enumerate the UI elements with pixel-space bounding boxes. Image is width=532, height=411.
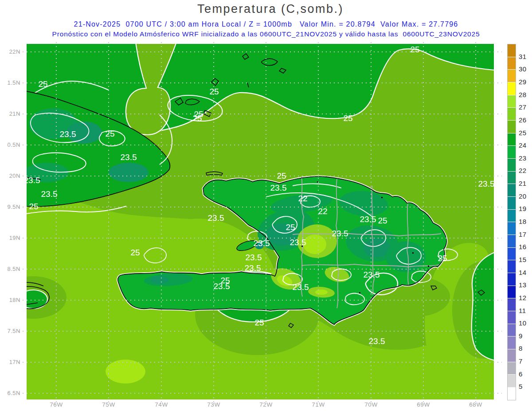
lat-label: 9.5N (0, 204, 20, 210)
lon-label: 74W (148, 401, 175, 408)
colorbar-label: 29 (519, 78, 532, 86)
patch-eastern (386, 241, 426, 272)
contour-label-23.5: 23.5 (41, 189, 58, 199)
colorbar-label: 30 (519, 65, 532, 73)
contour-label-25: 25 (438, 254, 447, 263)
colorbar-label: 21 (519, 180, 532, 187)
colorbar-label: 5 (519, 383, 532, 390)
colorbar-segment (508, 121, 516, 133)
contour-label-23.5: 23.5 (214, 282, 230, 291)
contour-label-23.5: 23.5 (360, 215, 376, 224)
contour-label-25: 25 (286, 223, 295, 232)
colorbar-segment (508, 286, 516, 299)
lon-label: 68W (462, 401, 489, 408)
colorbar-segment (508, 159, 516, 172)
contour-label-25: 25 (378, 216, 387, 225)
lat-label: 7.5N (0, 328, 20, 334)
colorbar-segment (508, 388, 516, 400)
contour-label-25: 25 (29, 202, 38, 211)
colorbar-segment (508, 375, 516, 388)
map-area: 25252525252525252525252525252523.523.523… (27, 44, 494, 399)
colorbar-label: 6 (519, 370, 532, 378)
contour-label-23.5: 23.5 (121, 153, 137, 162)
colorbar-segment (508, 349, 516, 362)
contour-label-25: 25 (38, 79, 47, 89)
colorbar-label: 16 (519, 243, 532, 251)
colorbar-label: 18 (519, 218, 532, 225)
colorbar-label: 9 (519, 332, 532, 340)
colorbar-segment (508, 311, 516, 324)
colorbar-label: 12 (519, 294, 532, 301)
contour-label-23.5: 23.5 (290, 238, 306, 247)
colorbar-segment (508, 108, 516, 121)
colorbar-segment (508, 82, 516, 95)
contour-label-22: 22 (318, 207, 327, 216)
lon-label: 76W (43, 401, 70, 408)
lon-label: 71W (305, 401, 332, 408)
contour-label-25: 25 (130, 248, 140, 257)
contour-label-23.5: 23.5 (364, 270, 380, 279)
colorbar-label: 13 (519, 281, 532, 289)
contour-label-23.5: 23.5 (245, 263, 261, 273)
colorbar-label: 7 (519, 357, 532, 365)
colorbar-label: 20 (519, 192, 532, 200)
contour-label-25: 25 (254, 318, 264, 327)
colorbar-segment (508, 172, 516, 184)
colorbar-label: 22 (519, 167, 532, 174)
contour-label-23.5: 23.5 (60, 129, 76, 139)
lat-label: 18N (0, 297, 20, 303)
colorbar-label: 28 (519, 91, 532, 98)
lat-label: 1.5N (0, 79, 20, 86)
lat-label: 22N (0, 48, 20, 55)
colorbar-label: 17 (519, 231, 532, 238)
colorbar-label: 19 (519, 205, 532, 212)
contour-label-23.5: 23.5 (293, 282, 309, 292)
lat-label: 0.5N (0, 141, 20, 148)
lat-label: 17N (0, 359, 20, 365)
colorbar-label: 14 (519, 269, 532, 276)
contour-label-23.5: 23.5 (254, 239, 270, 248)
colorbar-segment (508, 197, 516, 210)
contour-label-23.5: 23.5 (24, 176, 40, 185)
colorbar-label: 11 (519, 307, 532, 314)
colorbar-segment (508, 133, 516, 146)
colorbar-segment (508, 248, 516, 261)
contour-label-25: 25 (343, 114, 352, 123)
patch-tiburon-core (151, 276, 168, 284)
contour-label-22: 22 (298, 194, 307, 203)
contour-label-25: 25 (277, 171, 286, 180)
colorbar-segment (508, 146, 516, 159)
colorbar-label: 25 (519, 129, 532, 137)
colorbar-label: 24 (519, 141, 532, 149)
lon-label: 70W (358, 401, 384, 408)
subtitle-line1: 21-Nov-2025 0700 UTC / 3:00 am Hora Loca… (2, 20, 530, 28)
contour-label-25: 25 (194, 110, 203, 119)
lat-label: 21N (0, 110, 20, 117)
map-shading (0, 42, 514, 399)
colorbar-segment (508, 95, 516, 108)
colorbar-segment (508, 362, 516, 375)
colorbar-segment (508, 70, 516, 82)
colorbar-label: 27 (519, 103, 532, 111)
page-title: Temperatura (C,somb.) (9, 2, 532, 16)
warm-oval-sw (106, 360, 145, 384)
colorbar-segment (508, 337, 516, 349)
contour-label-25: 25 (209, 87, 219, 96)
lat-label: 6.5N (0, 390, 20, 396)
valley-enriquillo-core (315, 290, 328, 295)
weather-map-page: Temperatura (C,somb.) 21-Nov-2025 0700 U… (0, 0, 532, 411)
colorbar-segment (508, 57, 516, 70)
colorbar-segment (508, 298, 516, 311)
colorbar-label: 23 (519, 154, 532, 162)
colorbar-label: 26 (519, 116, 532, 124)
colorbar-label: 15 (519, 256, 532, 263)
colorbar-segment (508, 273, 516, 286)
contour-label-25: 25 (105, 129, 114, 138)
contour-label-23.5: 23.5 (332, 229, 348, 238)
contour-label-23.5: 23.5 (270, 183, 287, 192)
colorbar-segment (508, 324, 516, 337)
contour-label-23.5: 23.5 (208, 213, 224, 223)
colorbar-segment (508, 210, 516, 223)
lat-label: 8.5N (0, 266, 20, 272)
colorbar (507, 44, 516, 400)
